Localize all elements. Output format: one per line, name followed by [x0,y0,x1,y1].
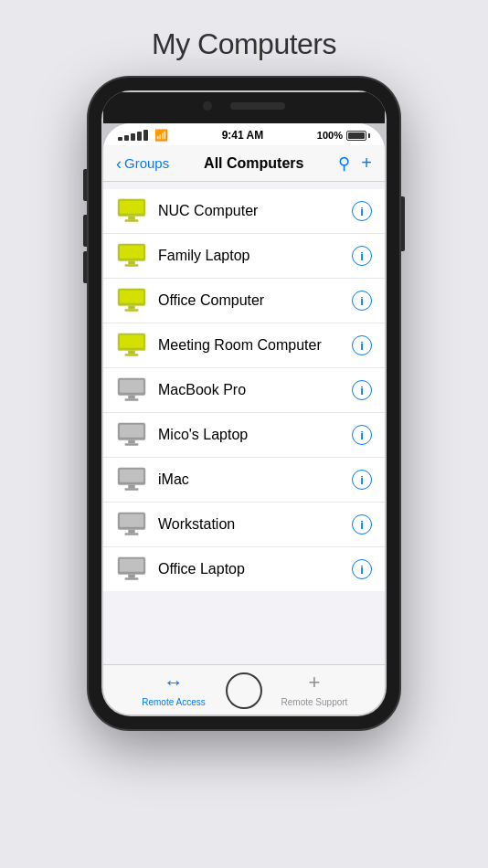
svg-rect-2 [128,217,134,220]
svg-rect-35 [125,577,139,579]
back-button[interactable]: ‹ Groups [116,155,169,172]
svg-rect-30 [128,530,134,534]
computer-icon [116,377,147,403]
svg-rect-14 [128,351,134,355]
computer-icon [116,198,147,224]
nav-actions: ⚲ + [338,153,372,174]
svg-rect-11 [125,309,139,311]
info-button[interactable]: i [352,425,372,445]
computer-name: iMac [158,471,352,488]
list-item[interactable]: Meeting Room Computer i [103,323,385,368]
svg-rect-13 [120,335,143,348]
computer-name: NUC Computer [158,203,352,219]
status-left: 📶 [118,129,168,142]
svg-rect-25 [120,470,143,482]
list-item[interactable]: iMac i [103,458,385,503]
list-item[interactable]: Mico's Laptop i [103,413,385,458]
back-chevron-icon: ‹ [116,155,122,172]
tab-remote-access-label: Remote Access [142,697,205,707]
info-button[interactable]: i [352,291,372,311]
svg-rect-21 [120,425,143,438]
list-item[interactable]: Office Laptop i [103,547,385,591]
svg-rect-18 [128,396,134,399]
computer-list: NUC Computer i Family Laptop i [103,189,385,591]
computer-name: Mico's Laptop [158,427,352,443]
info-button[interactable]: i [352,335,372,355]
list-item[interactable]: MacBook Pro i [103,368,385,413]
tab-remote-support-label: Remote Support [281,697,348,707]
svg-rect-31 [125,533,139,535]
remote-access-icon: ↔ [164,671,184,694]
battery-icon [346,131,370,141]
computer-icon [116,422,147,448]
remote-support-icon: + [309,671,321,694]
computer-name: Office Computer [158,292,352,309]
svg-rect-6 [128,261,134,265]
svg-rect-7 [125,264,139,266]
svg-rect-9 [120,291,143,303]
home-button[interactable] [226,672,262,709]
computer-icon [116,556,147,582]
computer-icon [116,243,147,269]
add-icon[interactable]: + [361,153,372,174]
computer-icon [116,467,147,492]
computer-name: Office Laptop [158,561,352,577]
speaker-grill [230,102,285,110]
svg-rect-15 [125,354,139,355]
info-button[interactable]: i [352,559,372,579]
list-item[interactable]: NUC Computer i [103,189,385,234]
computer-name: MacBook Pro [158,382,352,398]
status-bar: 📶 9:41 AM 100% [103,123,385,145]
svg-rect-29 [120,514,143,527]
empty-space [103,591,385,664]
svg-rect-17 [120,380,143,393]
signal-dots [118,130,148,141]
camera-dot [203,101,212,111]
list-item[interactable]: Family Laptop i [103,234,385,279]
info-button[interactable]: i [352,246,372,266]
computer-name: Family Laptop [158,248,352,264]
svg-rect-1 [120,201,143,214]
svg-rect-19 [125,398,139,400]
tab-remote-support[interactable]: + Remote Support [244,671,385,707]
info-button[interactable]: i [352,470,372,490]
svg-rect-34 [128,575,134,578]
info-button[interactable]: i [352,201,372,221]
info-button[interactable]: i [352,380,372,400]
list-item[interactable]: Office Computer i [103,279,385,323]
back-label: Groups [124,155,169,171]
battery-percent: 100% [317,130,343,141]
search-icon[interactable]: ⚲ [338,153,350,174]
svg-rect-33 [120,559,143,572]
svg-rect-27 [125,488,139,490]
svg-rect-22 [128,440,134,444]
phone-screen: 📶 9:41 AM 100% ‹ Groups [103,123,385,715]
list-item[interactable]: Workstation i [103,503,385,547]
computer-icon [116,333,147,358]
computer-name: Workstation [158,516,352,533]
computer-name: Meeting Room Computer [158,337,352,354]
phone-shell: 📶 9:41 AM 100% ‹ Groups [89,78,399,729]
svg-rect-23 [125,443,139,445]
tab-remote-access[interactable]: ↔ Remote Access [103,671,244,707]
svg-rect-10 [128,306,134,310]
phone-top-bar [103,92,385,123]
status-right: 100% [317,130,370,141]
svg-rect-5 [120,246,143,259]
page-title: My Computers [152,27,336,61]
status-time: 9:41 AM [222,129,264,142]
svg-rect-26 [128,485,134,489]
svg-rect-3 [125,219,139,221]
nav-title: All Computers [204,155,303,172]
wifi-icon: 📶 [154,129,168,142]
info-button[interactable]: i [352,514,372,535]
computer-icon [116,288,147,313]
computer-icon [116,512,147,537]
nav-bar: ‹ Groups All Computers ⚲ + [103,145,385,182]
